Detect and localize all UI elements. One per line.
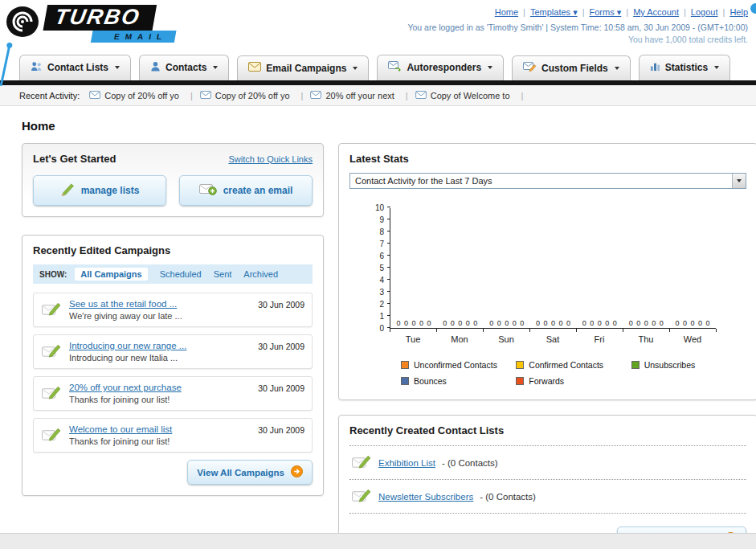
campaign-date: 30 Jun 2009 (258, 299, 304, 309)
legend-swatch (401, 377, 409, 385)
campaign-text: See us at the retail food ... We're givi… (69, 299, 182, 321)
get-started-title: Let's Get Started (33, 153, 116, 165)
nav-tab-label: Email Campaigns (266, 63, 346, 74)
chart-x-label: Sat (529, 332, 576, 344)
login-info: You are logged in as 'Timothy Smith' | S… (407, 23, 748, 32)
legend-swatch (401, 361, 409, 369)
chart-x-label: Wed (669, 332, 716, 344)
nav-tab[interactable]: Statistics (639, 55, 730, 80)
campaign-row[interactable]: Welcome to our email list Thanks for joi… (33, 418, 313, 453)
nav-tab-label: Contact Lists (47, 62, 108, 73)
nav-tab-label: Contacts (166, 62, 206, 73)
show-label: SHOW: (39, 270, 67, 279)
main-nav: Contact Lists Contacts Email Campaigns A… (0, 48, 756, 80)
recent-activity-item-label: Copy of 20% off yo (104, 91, 179, 100)
legend-item: Confirmed Contacts (516, 360, 631, 370)
legend-item: Unsubscribes (631, 360, 746, 370)
top-link[interactable]: Help (718, 7, 748, 18)
recent-activity-item[interactable]: Copy of Welcome to (415, 91, 531, 100)
chart-x-label: Mon (436, 332, 483, 344)
nav-tab[interactable]: Contact Lists (19, 55, 131, 80)
left-column: Let's Get Started Switch to Quick Links … (22, 143, 324, 496)
contact-list-link[interactable]: Exhibition List (378, 458, 435, 468)
top-link[interactable]: Home (495, 7, 518, 18)
top-link[interactable]: Logout (679, 7, 718, 18)
campaign-filter[interactable]: Scheduled (160, 269, 202, 279)
campaign-subtitle: Introducing our new Italia ... (69, 353, 186, 363)
campaign-filters: All CampaignsScheduledSentArchived (75, 268, 278, 281)
create-email-label: create an email (223, 185, 293, 196)
chart-y-ticks (387, 207, 390, 328)
nav-tab[interactable]: Custom Fields (512, 55, 631, 80)
legend-item: Forwards (516, 376, 631, 386)
legend-swatch (516, 377, 524, 385)
campaign-row[interactable]: Introducing our new range ... Introducin… (33, 334, 313, 369)
envelope-icon (310, 91, 321, 100)
recent-activity-item[interactable]: Copy of 20% off yo (200, 91, 311, 100)
header-right: HomeTemplates ▾Forms ▾My AccountLogoutHe… (407, 5, 748, 48)
campaign-filter[interactable]: Sent (214, 269, 232, 279)
contact-list-items: Exhibition List - (0 Contacts) Newslette… (349, 445, 746, 514)
chevron-down-icon (732, 174, 746, 188)
campaign-subtitle: We're giving away our late ... (69, 311, 182, 321)
chart-plot-cells: 0 0 0 0 00 0 0 0 00 0 0 0 00 0 0 0 00 0 … (390, 319, 716, 328)
campaign-date: 30 Jun 2009 (258, 383, 304, 393)
chevron-down-icon (115, 66, 120, 69)
view-all-campaigns-button[interactable]: View All Campaigns (187, 460, 313, 485)
recent-activity-item[interactable]: Copy of 20% off yo (89, 91, 200, 100)
campaign-row[interactable]: See us at the retail food ... We're givi… (33, 293, 313, 327)
legend-item: Bounces (401, 376, 516, 386)
statistics-icon (650, 61, 660, 74)
contact-list-item[interactable]: Newsletter Subscribers - (0 Contacts) (349, 480, 746, 514)
campaign-title-link[interactable]: See us at the retail food ... (69, 299, 182, 309)
create-email-button[interactable]: create an email (179, 175, 313, 206)
chart-zero-values: 0 0 0 0 0 (390, 319, 437, 328)
chevron-down-icon (714, 66, 719, 69)
envelope-plus-icon (199, 183, 217, 198)
chart-y-label: 5 (379, 264, 384, 272)
switch-quick-links-link[interactable]: Switch to Quick Links (228, 154, 313, 164)
recent-activity-item[interactable]: 20% off your next (310, 91, 415, 100)
top-link[interactable]: Forms ▾ (578, 7, 622, 18)
contact-list-link[interactable]: Newsletter Subscribers (378, 492, 473, 502)
nav-tab[interactable]: Autoresponders (377, 55, 504, 80)
campaign-text: Welcome to our email list Thanks for joi… (69, 424, 172, 446)
campaign-filter-bar: SHOW: All CampaignsScheduledSentArchived (33, 264, 313, 284)
manage-lists-button[interactable]: manage lists (33, 175, 166, 206)
latest-stats-panel: Latest Stats Contact Activity for the La… (338, 143, 756, 400)
logo-swirl-icon (5, 5, 42, 39)
campaign-title-link[interactable]: Welcome to our email list (69, 424, 172, 434)
nav-tab[interactable]: Contacts (139, 55, 229, 80)
chart-y-label: 2 (379, 301, 384, 309)
recent-activity-item-label: Copy of 20% off yo (215, 91, 290, 100)
envelope-pencil-icon (351, 453, 372, 472)
chart-y-label: 3 (379, 289, 384, 297)
campaign-filter[interactable]: All Campaigns (75, 268, 147, 281)
nav-tab-label: Autoresponders (407, 62, 481, 73)
campaign-row[interactable]: 20% off your next purchase Thanks for jo… (33, 376, 313, 411)
campaign-title-link[interactable]: 20% off your next purchase (69, 383, 182, 392)
recent-activity-item-label: Copy of Welcome to (431, 91, 510, 100)
legend-label: Forwards (529, 376, 564, 386)
autoresponders-icon (388, 61, 402, 74)
top-link[interactable]: Templates ▾ (518, 7, 578, 18)
recent-activity-items: Copy of 20% off yo Copy of 20% off yo 20… (89, 91, 530, 100)
contact-list-item[interactable]: Exhibition List - (0 Contacts) (349, 446, 746, 480)
nav-tab[interactable]: Email Campaigns (237, 55, 369, 80)
campaign-date: 30 Jun 2009 (258, 424, 304, 435)
chart-zero-values: 0 0 0 0 0 (437, 319, 484, 328)
top-link[interactable]: My Account (621, 7, 679, 18)
stats-range-select[interactable]: Contact Activity for the Last 7 Days (349, 173, 746, 189)
envelope-icon (200, 91, 211, 100)
chart-y-label: 10 (375, 204, 384, 212)
chart-zero-values: 0 0 0 0 0 (530, 319, 577, 328)
contact-lists-title: Recently Created Contact Lists (349, 424, 746, 436)
recent-activity-bar: Recent Activity: Copy of 20% off yo Copy… (0, 85, 756, 106)
envelope-pencil-icon (41, 342, 62, 363)
legend-item: Unconfirmed Contacts (401, 360, 516, 370)
campaign-filter[interactable]: Archived (243, 269, 278, 279)
chart-zero-values: 0 0 0 0 0 (623, 319, 669, 328)
campaign-text: 20% off your next purchase Thanks for jo… (69, 383, 182, 404)
chart-y-label: 9 (379, 216, 384, 224)
campaign-title-link[interactable]: Introducing our new range ... (69, 341, 186, 350)
